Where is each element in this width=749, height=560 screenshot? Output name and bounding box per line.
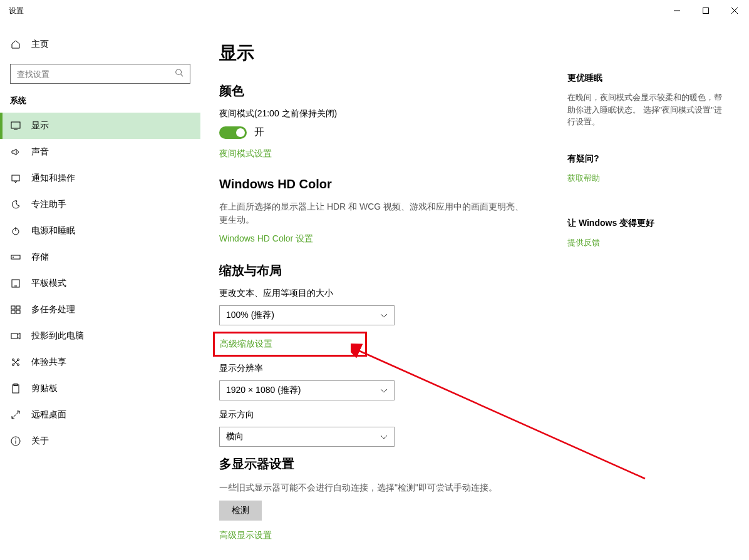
aside-help-link[interactable]: 获取帮助 [567,173,600,184]
chevron-down-icon [380,432,388,442]
info-icon [10,435,21,447]
sidebar-item-label: 远程桌面 [31,409,66,420]
share-icon [10,357,21,368]
svg-rect-18 [16,310,20,313]
sidebar-item-label: 平板模式 [31,278,66,289]
multitask-icon [10,304,21,315]
tablet-icon [10,278,21,289]
night-mode-label: 夜间模式(21:00 之前保持关闭) [219,108,530,120]
resolution-value: 1920 × 1080 (推荐) [226,385,301,396]
aside-better-title: 让 Windows 变得更好 [567,218,724,229]
sidebar-item-sound[interactable]: 声音 [0,139,200,165]
orientation-select[interactable]: 横向 [219,427,395,447]
svg-rect-8 [12,175,19,181]
toggle-state-label: 开 [254,126,264,139]
resolution-select[interactable]: 1920 × 1080 (推荐) [219,380,395,400]
power-icon [10,225,21,237]
sidebar-item-remote[interactable]: 远程桌面 [0,402,200,428]
scale-size-label: 更改文本、应用等项目的大小 [219,288,530,299]
sidebar: 主页 系统 显示 声音 通知和操作 [0,21,200,560]
sidebar-item-label: 体验共享 [31,357,66,368]
section-color-title: 颜色 [219,83,530,99]
svg-rect-16 [16,306,20,309]
sidebar-item-label: 显示 [31,120,49,131]
speaker-icon [10,146,21,158]
svg-point-4 [176,69,182,75]
home-icon [10,39,21,50]
resolution-label: 显示分辨率 [219,363,530,374]
orientation-value: 横向 [226,431,244,442]
svg-rect-17 [11,310,15,313]
sidebar-item-label: 电源和睡眠 [31,225,75,237]
sidebar-item-label: 专注助手 [31,199,66,210]
sidebar-item-label: 剪贴板 [31,383,58,394]
project-icon [10,330,21,342]
search-icon [175,68,183,79]
aside: 更优睡眠 在晚间，夜间模式会显示较柔和的暖色，帮助你进入睡眠状态。 选择"夜间模… [567,41,724,560]
sidebar-item-display[interactable]: 显示 [0,113,200,139]
aside-help-title: 有疑问? [567,153,724,165]
detect-button[interactable]: 检测 [219,501,262,521]
storage-icon [10,252,21,263]
minimize-button[interactable] [663,1,691,21]
night-mode-toggle[interactable] [219,126,247,139]
home-link[interactable]: 主页 [0,34,200,55]
sidebar-item-multitask[interactable]: 多任务处理 [0,297,200,323]
sidebar-item-notifications[interactable]: 通知和操作 [0,165,200,191]
sidebar-item-power[interactable]: 电源和睡眠 [0,218,200,244]
svg-point-12 [13,257,14,258]
hdcolor-settings-link[interactable]: Windows HD Color 设置 [219,233,313,245]
maximize-button[interactable] [691,1,720,21]
sidebar-section-label: 系统 [0,84,200,113]
svg-rect-19 [11,333,18,339]
sidebar-item-label: 多任务处理 [31,304,75,315]
sidebar-item-label: 通知和操作 [31,173,75,184]
section-multi-title: 多显示器设置 [219,456,530,472]
moon-icon [10,199,21,210]
svg-point-32 [16,439,16,439]
sidebar-item-label: 存储 [31,252,49,263]
multi-desc: 一些旧式显示器可能不会进行自动连接，选择"检测"即可尝试手动连接。 [219,481,530,494]
svg-line-29 [16,411,19,415]
scale-size-select[interactable]: 100% (推荐) [219,305,395,325]
aside-feedback-link[interactable]: 提供反馈 [567,237,600,248]
sidebar-item-clipboard[interactable]: 剪贴板 [0,375,200,402]
sidebar-item-storage[interactable]: 存储 [0,244,200,270]
sidebar-item-label: 声音 [31,146,49,158]
main-content: 显示 颜色 夜间模式(21:00 之前保持关闭) 开 夜间模式设置 Window… [219,41,530,560]
window-title: 设置 [9,6,663,16]
sidebar-item-share[interactable]: 体验共享 [0,349,200,375]
svg-rect-15 [11,306,15,309]
sidebar-item-tablet[interactable]: 平板模式 [0,270,200,297]
home-label: 主页 [31,39,49,50]
sidebar-item-project[interactable]: 投影到此电脑 [0,323,200,349]
advanced-scale-link[interactable]: 高级缩放设置 [220,339,272,350]
section-scale-title: 缩放与布局 [219,262,530,279]
sidebar-item-label: 投影到此电脑 [31,330,84,342]
svg-rect-6 [11,122,20,128]
aside-sleep-desc: 在晚间，夜间模式会显示较柔和的暖色，帮助你进入睡眠状态。 选择"夜间模式设置"进… [567,91,724,128]
sidebar-item-focus[interactable]: 专注助手 [0,191,200,218]
hdcolor-desc: 在上面所选择的显示器上让 HDR 和 WCG 视频、游戏和应用中的画面更明亮、更… [219,200,530,227]
scale-size-value: 100% (推荐) [226,310,274,321]
night-mode-settings-link[interactable]: 夜间模式设置 [219,148,272,160]
aside-sleep-title: 更优睡眠 [567,73,724,84]
chevron-down-icon [380,385,388,395]
clipboard-icon [10,383,21,394]
section-hdcolor-title: Windows HD Color [219,177,530,191]
highlighted-advanced-scale: 高级缩放设置 [213,332,367,357]
svg-line-28 [12,415,16,419]
page-heading: 显示 [219,41,530,65]
monitor-icon [10,120,21,131]
svg-rect-1 [703,8,709,14]
svg-line-5 [181,74,183,77]
advanced-display-link[interactable]: 高级显示设置 [219,530,272,541]
search-input-wrap[interactable] [10,64,190,84]
orientation-label: 显示方向 [219,409,530,420]
chevron-down-icon [380,310,388,320]
sidebar-item-label: 关于 [31,435,49,447]
remote-icon [10,409,21,420]
sidebar-item-about[interactable]: 关于 [0,428,200,454]
search-input[interactable] [17,69,175,79]
close-button[interactable] [720,1,749,21]
